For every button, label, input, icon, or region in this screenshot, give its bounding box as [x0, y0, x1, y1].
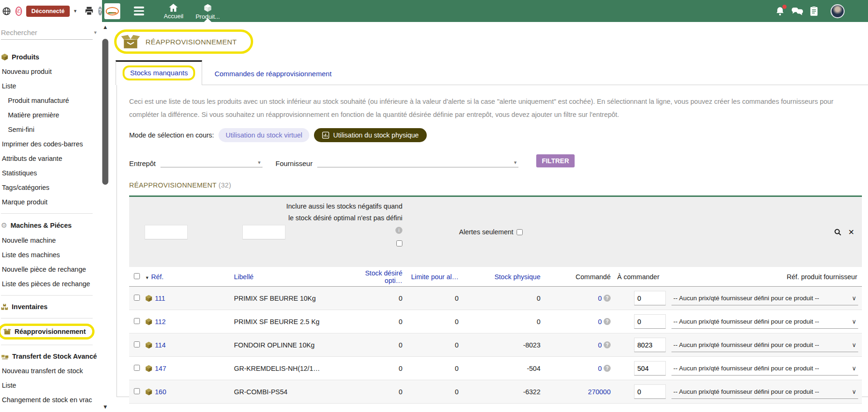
table-header-row: ▼Réf. Libellé Stock désiré opti… Limite …	[129, 267, 862, 287]
status-caret-icon[interactable]: ▾	[74, 8, 77, 14]
user-avatar[interactable]	[831, 4, 845, 18]
product-ref-link[interactable]: 160	[155, 388, 166, 396]
tab-stocks-manquants[interactable]: Stocks manquants	[116, 60, 202, 85]
replenishment-box-icon	[121, 34, 140, 49]
row-checkbox[interactable]	[134, 318, 140, 324]
row-checkbox[interactable]	[134, 295, 140, 301]
physical-stock-mode-button[interactable]: Utilisation du stock physique	[314, 128, 427, 142]
sidebar-item-changement-stock-vrac[interactable]: Changement de stock en vrac	[1, 392, 99, 407]
qty-to-order-input[interactable]	[634, 384, 666, 399]
product-ref-link[interactable]: 147	[155, 365, 166, 372]
sidebar-item-matiere-premiere[interactable]: Matière première	[1, 108, 99, 122]
sidebar-section-reapprovisionnement[interactable]: Réapprovisionnement	[3, 327, 86, 336]
header-label[interactable]: Libellé	[234, 273, 351, 281]
help-badge-icon[interactable]: ?	[604, 365, 611, 372]
header-desired-stock[interactable]: Stock désiré opti…	[351, 269, 402, 284]
sidebar-item-nouveau-produit[interactable]: Nouveau produit	[1, 64, 99, 79]
messages-icon[interactable]	[792, 7, 803, 16]
product-ref-link[interactable]: 114	[155, 341, 166, 349]
supplier-price-select[interactable]: -- Aucun prix/qté fournisseur défini pou…	[671, 314, 858, 329]
search-caret-icon[interactable]: ▾	[94, 29, 99, 36]
supplier-price-select[interactable]: -- Aucun prix/qté fournisseur défini pou…	[671, 338, 858, 352]
tab-commandes-reapprovisionnement[interactable]: Commandes de réapprovisionnement	[202, 64, 343, 85]
scroll-up-icon[interactable]: ▲	[102, 24, 108, 30]
nav-item-product[interactable]: Produit...	[196, 0, 220, 22]
qty-to-order-input[interactable]	[634, 314, 666, 329]
help-badge-icon[interactable]: ?	[604, 341, 611, 348]
company-logo[interactable]	[104, 3, 120, 19]
header-alert-limit[interactable]: Limite pour al…	[402, 273, 459, 281]
notifications-bell-icon[interactable]	[775, 6, 785, 16]
header-ref[interactable]: Réf.	[151, 273, 164, 281]
sidebar-item-semi-fini[interactable]: Semi-fini	[1, 122, 99, 137]
sidebar-section-produits[interactable]: Produits	[1, 50, 99, 64]
info-icon[interactable]: i	[395, 227, 402, 234]
globe-icon[interactable]	[2, 7, 11, 16]
sidebar-item-transfert-liste[interactable]: Liste	[1, 378, 99, 392]
qty-to-order-input[interactable]	[634, 361, 666, 376]
supplier-select[interactable]: ▾	[317, 155, 518, 167]
help-badge-icon[interactable]: ?	[604, 295, 611, 302]
row-checkbox[interactable]	[134, 341, 140, 347]
sidebar-section-transfert[interactable]: Transfert de Stock Avancé	[1, 349, 99, 363]
ordered-qty-link[interactable]: 0	[598, 295, 602, 302]
filter-button[interactable]: FILTRER	[536, 154, 575, 167]
product-label: GR-COMBI-PS54	[234, 388, 351, 396]
header-physical-stock[interactable]: Stock physique	[459, 273, 540, 281]
sidebar-item-produit-manufacture[interactable]: Produit manufacturé	[1, 93, 99, 108]
sidebar-section-inventaires[interactable]: Inventaires	[1, 300, 99, 314]
supplier-price-select[interactable]: -- Aucun prix/qté fournisseur défini pou…	[671, 291, 858, 305]
ordered-qty-link[interactable]: 0	[598, 318, 602, 325]
qty-to-order-input[interactable]	[634, 291, 666, 305]
disconnected-status-button[interactable]: Déconnecté	[26, 6, 70, 17]
sidebar-item-statistiques[interactable]: Statistiques	[1, 166, 99, 180]
warehouse-select[interactable]: ▾	[160, 155, 263, 167]
scrollbar-thumb[interactable]	[102, 39, 109, 185]
row-checkbox[interactable]	[134, 388, 140, 394]
ordered-qty-link[interactable]: 0	[598, 365, 602, 372]
qty-to-order-input[interactable]	[634, 338, 666, 352]
search-input[interactable]	[1, 29, 94, 36]
sidebar-item-nouvelle-piece[interactable]: Nouvelle pièce de rechange	[1, 262, 99, 276]
product-cube-icon	[145, 341, 153, 349]
sidebar-item-attributs-variante[interactable]: Attributs de variante	[1, 151, 99, 166]
label-filter-input[interactable]	[242, 225, 285, 239]
ref-filter-input[interactable]	[145, 225, 188, 239]
clipboard-tasks-icon[interactable]	[810, 6, 818, 16]
sort-desc-icon[interactable]: ▼	[145, 275, 149, 280]
hamburger-menu-icon[interactable]	[134, 7, 144, 15]
sidebar-item-marque-produit[interactable]: Marque produit	[1, 195, 99, 209]
sidebar-item-tags-categories[interactable]: Tags/catégories	[1, 180, 99, 195]
ordered-qty-link[interactable]: 270000	[588, 388, 611, 396]
product-ref-link[interactable]: 112	[155, 318, 166, 325]
header-ordered: Commandé	[540, 273, 611, 281]
top-bar: ✆ Déconnecté ▾ ? Accueil Produit.	[0, 0, 868, 22]
scroll-down-icon[interactable]: ▼	[102, 404, 108, 410]
nav-item-home[interactable]: Accueil	[164, 0, 183, 22]
supplier-price-select[interactable]: -- Aucun prix/qté fournisseur défini pou…	[671, 384, 858, 399]
sidebar-section-machines[interactable]: ⚙ Machines & Piéces	[1, 218, 99, 233]
virtual-stock-mode-button[interactable]: Utilisation du stock virtuel	[219, 128, 309, 142]
search-icon[interactable]	[834, 228, 842, 236]
print-icon[interactable]	[84, 6, 94, 16]
sidebar-item-imprimer-codes-barres[interactable]: Imprimer des codes-barres	[1, 137, 99, 151]
sidebar-item-nouveau-transfert[interactable]: Nouveau transfert de stock	[1, 363, 99, 378]
help-badge-icon[interactable]: ?	[604, 318, 611, 325]
sidebar-item-liste-machines[interactable]: Liste des machines	[1, 247, 99, 262]
sidebar-item-liste[interactable]: Liste	[1, 79, 99, 93]
table-row: 111 PRIMIX SF BEURRE 10Kg 0 0 0 0? -- Au…	[129, 287, 862, 310]
include-negative-stocks-checkbox[interactable]	[396, 240, 402, 246]
ordered-qty-link[interactable]: 0	[598, 341, 602, 349]
sidebar-item-liste-pieces[interactable]: Liste des pièces de rechange	[1, 276, 99, 291]
gears-icon: ⚙	[1, 221, 7, 230]
sidebar-item-nouvelle-machine[interactable]: Nouvelle machine	[1, 233, 99, 247]
alerts-only-checkbox[interactable]	[517, 229, 523, 235]
row-checkbox[interactable]	[134, 365, 140, 371]
clear-filters-icon[interactable]: ✕	[848, 228, 854, 237]
supplier-price-select[interactable]: -- Aucun prix/qté fournisseur défini pou…	[671, 361, 858, 376]
select-all-checkbox[interactable]	[134, 273, 140, 279]
product-ref-link[interactable]: 111	[155, 295, 165, 302]
include-negative-stocks-option: Inclure aussi les stocks négatifs quand …	[285, 197, 402, 250]
whatsapp-icon[interactable]: ✆	[15, 7, 22, 16]
help-icon[interactable]: ?	[98, 7, 102, 15]
